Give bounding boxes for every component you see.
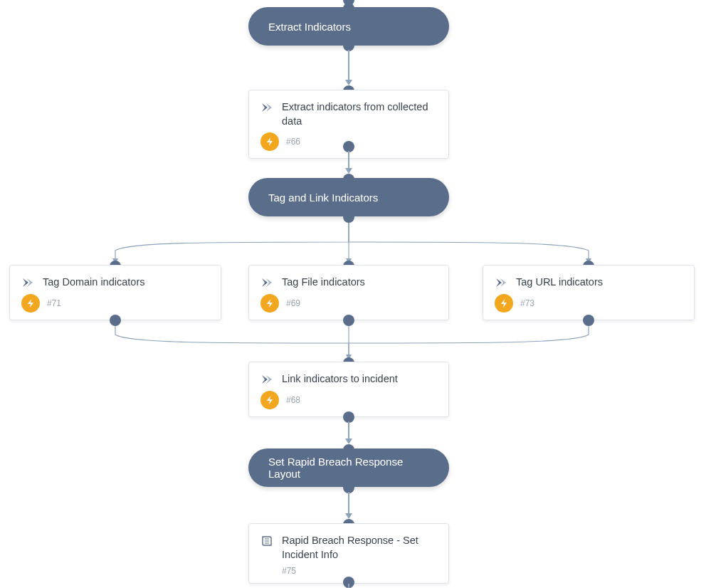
port[interactable] <box>343 211 354 223</box>
task-rapid-breach-response-set-incident-info[interactable]: Rapid Breach Response - Set Incident Inf… <box>248 523 449 584</box>
section-tag-and-link-indicators[interactable]: Tag and Link Indicators <box>248 178 449 216</box>
bolt-icon <box>495 294 513 313</box>
task-title: Link indicators to incident <box>282 372 398 387</box>
chevron-right-icon <box>21 277 34 288</box>
bolt-icon <box>260 132 279 151</box>
connector <box>348 421 349 439</box>
task-id: #66 <box>286 137 300 147</box>
bolt-icon <box>260 391 279 409</box>
bolt-icon <box>260 294 279 313</box>
workflow-canvas: Extract Indicators Extract indicators fr… <box>0 0 711 588</box>
chevron-right-icon <box>260 374 273 385</box>
section-label: Set Rapid Breach Response Layout <box>268 456 429 480</box>
section-label: Tag and Link Indicators <box>268 191 378 204</box>
task-id: #69 <box>286 298 300 308</box>
connector <box>348 584 349 588</box>
task-tag-domain-indicators[interactable]: Tag Domain indicators #71 <box>9 265 221 320</box>
chevron-right-icon <box>495 277 507 288</box>
arrowhead <box>345 439 352 444</box>
chevron-right-icon <box>260 277 273 288</box>
task-title: Extract indicators from collected data <box>282 100 437 128</box>
task-id: #73 <box>520 298 534 308</box>
section-set-rapid-breach-response-layout[interactable]: Set Rapid Breach Response Layout <box>248 448 449 487</box>
task-title: Tag URL indicators <box>516 275 603 290</box>
connector <box>348 151 349 168</box>
chevron-right-icon <box>260 102 273 113</box>
arrowhead <box>345 513 352 519</box>
book-icon <box>260 535 273 547</box>
task-link-indicators-to-incident[interactable]: Link indicators to incident #68 <box>248 362 449 417</box>
section-label: Extract Indicators <box>268 21 351 33</box>
port[interactable] <box>583 315 594 326</box>
connector <box>348 492 349 513</box>
task-id: #68 <box>286 395 300 405</box>
task-title: Rapid Breach Response - Set Incident Inf… <box>282 534 437 562</box>
bolt-icon <box>21 294 40 313</box>
arrowhead <box>345 80 352 85</box>
task-title: Tag Domain indicators <box>43 275 144 290</box>
port[interactable] <box>343 315 354 326</box>
task-id: #71 <box>47 298 61 308</box>
arrowhead <box>345 168 352 174</box>
task-title: Tag File indicators <box>282 275 365 290</box>
task-tag-file-indicators[interactable]: Tag File indicators #69 <box>248 265 449 320</box>
task-id: #75 <box>282 566 296 576</box>
port[interactable] <box>110 315 121 326</box>
connector <box>348 50 349 80</box>
task-tag-url-indicators[interactable]: Tag URL indicators #73 <box>483 265 695 320</box>
